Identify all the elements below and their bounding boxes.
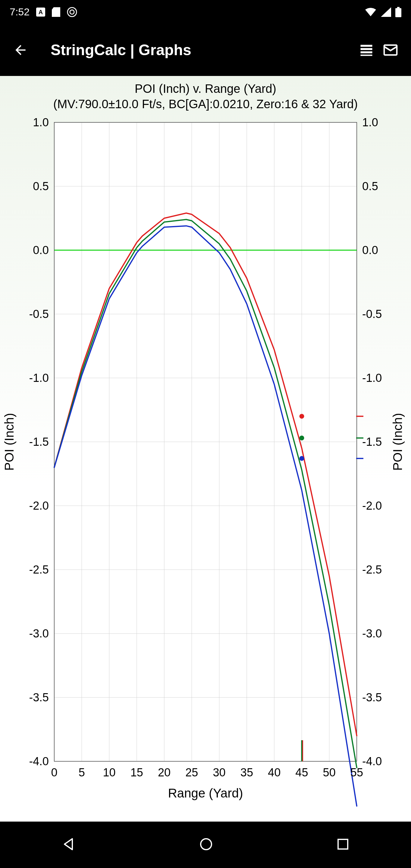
status-left: 7:52 A (10, 6, 77, 18)
list-button[interactable] (354, 38, 378, 62)
svg-text:1.0: 1.0 (362, 116, 378, 129)
svg-text:0.0: 0.0 (33, 244, 49, 256)
svg-point-38 (299, 456, 304, 461)
wifi-icon (365, 7, 377, 17)
svg-text:Range (Yard): Range (Yard) (168, 786, 243, 800)
svg-text:-3.0: -3.0 (29, 627, 49, 640)
svg-point-2 (67, 7, 76, 17)
svg-text:-3.5: -3.5 (362, 691, 382, 704)
signal-icon (381, 7, 391, 17)
svg-text:-1.5: -1.5 (29, 435, 49, 448)
svg-rect-6 (361, 45, 373, 47)
svg-rect-4 (397, 7, 400, 8)
svg-text:5: 5 (78, 766, 85, 779)
arrow-left-icon (13, 42, 28, 58)
svg-text:-4.0: -4.0 (362, 755, 382, 768)
svg-text:1.0: 1.0 (33, 116, 49, 129)
svg-rect-9 (361, 55, 373, 56)
svg-text:-2.5: -2.5 (29, 563, 49, 576)
svg-text:POI (Inch): POI (Inch) (2, 413, 16, 470)
svg-text:A: A (38, 9, 43, 16)
svg-text:0.5: 0.5 (33, 180, 49, 193)
nav-back-button[interactable] (61, 836, 76, 853)
svg-text:35: 35 (241, 766, 253, 779)
svg-text:10: 10 (103, 766, 116, 779)
svg-text:0.5: 0.5 (362, 180, 378, 193)
app-title: StringCalc | Graphs (51, 41, 354, 59)
svg-text:25: 25 (185, 766, 198, 779)
svg-text:-1.5: -1.5 (362, 435, 382, 448)
svg-text:40: 40 (268, 766, 281, 779)
svg-text:0: 0 (51, 766, 57, 779)
triangle-left-icon (61, 836, 76, 852)
svg-point-81 (201, 839, 212, 849)
chart-svg: 05101520253035404550551.01.00.50.50.00.0… (0, 113, 411, 818)
nav-recent-button[interactable] (336, 837, 350, 852)
svg-text:50: 50 (323, 766, 336, 779)
svg-rect-82 (338, 839, 348, 849)
svg-text:0.0: 0.0 (362, 244, 378, 256)
back-button[interactable] (8, 38, 33, 62)
svg-rect-5 (395, 8, 401, 17)
content: POI (Inch) v. Range (Yard) (MV:790.0±10.… (0, 76, 411, 822)
svg-text:-0.5: -0.5 (362, 308, 382, 320)
svg-text:-2.5: -2.5 (362, 563, 382, 576)
svg-text:POI (Inch): POI (Inch) (390, 413, 405, 470)
app-bar: StringCalc | Graphs (0, 24, 411, 76)
chart-subtitle: (MV:790.0±10.0 Ft/s, BC[GA]:0.0210, Zero… (47, 97, 364, 111)
svg-text:-2.0: -2.0 (29, 499, 49, 512)
mail-button[interactable] (378, 38, 403, 62)
mail-icon (382, 41, 399, 59)
square-icon (336, 837, 350, 851)
battery-icon (395, 7, 401, 17)
svg-text:30: 30 (213, 766, 225, 779)
svg-text:-3.0: -3.0 (362, 627, 382, 640)
svg-text:55: 55 (350, 766, 363, 779)
list-icon (358, 42, 374, 58)
chart-title: POI (Inch) v. Range (Yard) (135, 82, 276, 96)
nav-bar (0, 822, 411, 868)
svg-text:45: 45 (295, 766, 308, 779)
svg-rect-7 (361, 48, 373, 50)
svg-text:-2.0: -2.0 (362, 499, 382, 512)
app-a-icon: A (36, 7, 45, 17)
chart[interactable]: 05101520253035404550551.01.00.50.50.00.0… (0, 113, 411, 818)
svg-point-3 (70, 10, 74, 14)
svg-text:-3.5: -3.5 (29, 691, 49, 704)
sd-card-icon (52, 7, 60, 17)
svg-text:-1.0: -1.0 (29, 372, 49, 384)
svg-point-37 (299, 435, 304, 440)
svg-point-36 (299, 414, 304, 418)
svg-text:-0.5: -0.5 (29, 308, 49, 320)
screen: 7:52 A StringCalc (0, 0, 411, 868)
svg-text:-4.0: -4.0 (29, 755, 49, 768)
svg-text:15: 15 (130, 766, 143, 779)
status-right (365, 7, 401, 17)
sync-icon (67, 7, 77, 17)
status-time: 7:52 (10, 6, 30, 18)
svg-text:-1.0: -1.0 (362, 372, 382, 384)
status-bar: 7:52 A (0, 0, 411, 24)
nav-home-button[interactable] (198, 836, 214, 853)
svg-rect-8 (361, 51, 373, 53)
svg-text:20: 20 (158, 766, 170, 779)
circle-icon (198, 836, 214, 852)
